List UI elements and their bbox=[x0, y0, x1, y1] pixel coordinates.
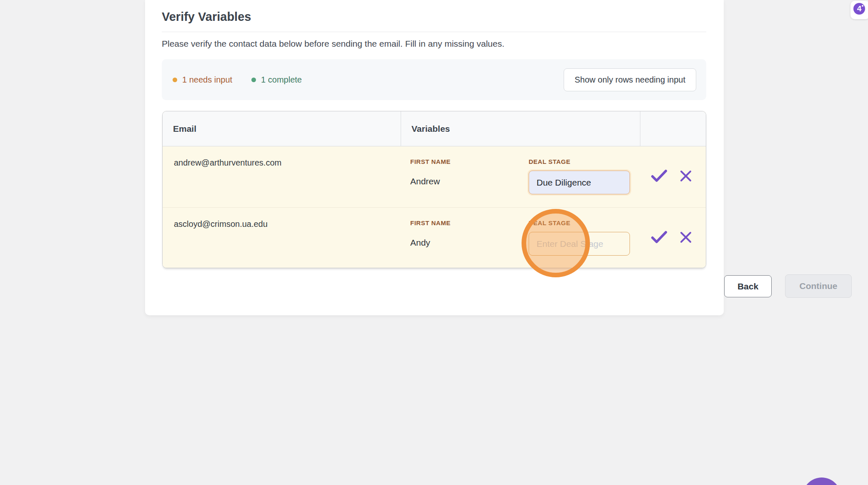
table-row: ascloyd@crimson.ua.edu FIRST NAME Andy D… bbox=[163, 207, 706, 268]
reject-row-button[interactable] bbox=[677, 230, 694, 245]
check-icon bbox=[651, 231, 667, 244]
first-name-label: FIRST NAME bbox=[410, 158, 529, 165]
first-name-group: FIRST NAME Andrew bbox=[410, 158, 529, 207]
row-email: ascloyd@crimson.ua.edu bbox=[163, 208, 401, 268]
status-bar: 1 needs input 1 complete Show only rows … bbox=[162, 59, 706, 100]
first-name-value: Andrew bbox=[410, 176, 529, 186]
x-icon bbox=[680, 231, 692, 244]
deal-stage-input[interactable] bbox=[529, 171, 630, 194]
reject-row-button[interactable] bbox=[677, 168, 694, 183]
email-column-header: Email bbox=[163, 111, 401, 146]
table-header-row: Email Variables bbox=[163, 111, 706, 146]
deal-stage-label: DEAL STAGE bbox=[529, 158, 630, 165]
row-actions bbox=[640, 146, 706, 207]
page-title: Verify Variables bbox=[162, 10, 251, 24]
chat-fab-button[interactable] bbox=[803, 477, 841, 485]
deal-stage-group: DEAL STAGE bbox=[529, 158, 630, 207]
x-icon bbox=[680, 170, 692, 182]
verify-variables-card: Verify Variables Please verify the conta… bbox=[145, 0, 724, 315]
first-name-value: Andy bbox=[410, 238, 529, 248]
needs-input-status: 1 needs input bbox=[173, 75, 232, 85]
confirm-row-button[interactable] bbox=[651, 168, 667, 183]
check-icon bbox=[651, 169, 667, 183]
deal-stage-group: DEAL STAGE bbox=[529, 219, 630, 268]
variables-column-header: Variables bbox=[401, 111, 640, 146]
complete-label: 1 complete bbox=[261, 75, 302, 85]
back-button[interactable]: Back bbox=[724, 275, 772, 297]
deal-stage-label: DEAL STAGE bbox=[529, 219, 630, 226]
extension-badge[interactable]: 4 bbox=[850, 1, 868, 19]
first-name-group: FIRST NAME Andy bbox=[410, 219, 529, 268]
complete-dot-icon bbox=[251, 78, 256, 82]
extension-logo-icon: 4 bbox=[853, 3, 865, 15]
verify-table: Email Variables andrew@arthurventures.co… bbox=[162, 111, 706, 268]
first-name-label: FIRST NAME bbox=[410, 219, 529, 226]
confirm-row-button[interactable] bbox=[651, 230, 667, 245]
needs-input-dot-icon bbox=[173, 78, 177, 82]
needs-input-label: 1 needs input bbox=[182, 75, 232, 85]
row-variables: FIRST NAME Andrew DEAL STAGE bbox=[401, 146, 640, 207]
row-variables: FIRST NAME Andy DEAL STAGE bbox=[401, 208, 640, 268]
continue-button[interactable]: Continue bbox=[785, 274, 852, 298]
show-only-rows-needing-input-button[interactable]: Show only rows needing input bbox=[564, 68, 696, 91]
title-divider bbox=[162, 32, 706, 32]
row-email: andrew@arthurventures.com bbox=[163, 146, 401, 207]
deal-stage-input[interactable] bbox=[529, 232, 630, 256]
table-row: andrew@arthurventures.com FIRST NAME And… bbox=[163, 146, 706, 207]
complete-status: 1 complete bbox=[251, 75, 302, 85]
row-actions bbox=[640, 208, 706, 268]
actions-column-header bbox=[640, 111, 706, 146]
page-subtitle: Please verify the contact data below bef… bbox=[162, 39, 504, 49]
